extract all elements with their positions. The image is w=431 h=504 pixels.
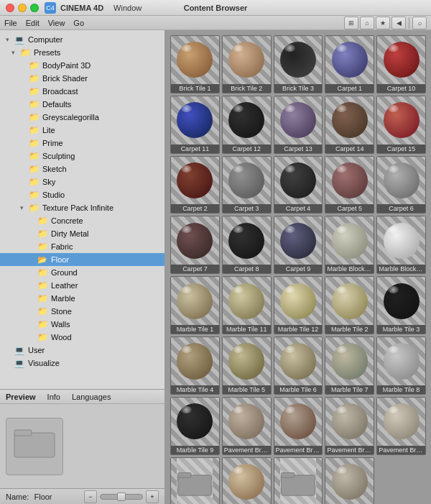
- sidebar-item-computer[interactable]: ▾💻Computer: [0, 33, 164, 46]
- sidebar-item-sculpting[interactable]: 📁Sculpting: [0, 150, 164, 162]
- grid-item-pavement-bric-3[interactable]: Pavement Bric...: [325, 397, 374, 455]
- grid-item-marble-tile-1[interactable]: Marble Tile 1: [170, 276, 220, 334]
- tab-preview[interactable]: Preview: [3, 393, 39, 401]
- grid-item-carpet-15[interactable]: Carpet 15: [376, 96, 426, 154]
- sidebar-item-user[interactable]: 💻User: [0, 344, 164, 357]
- sidebar-item-prime[interactable]: 📁Prime: [0, 137, 164, 150]
- grid-item-carpet-4[interactable]: Carpet 4: [274, 156, 323, 214]
- grid-item-pavement-bric-5[interactable]: Pavement Bric...: [170, 457, 220, 504]
- menu-file[interactable]: File: [4, 19, 17, 27]
- sidebar-item-concrete[interactable]: 📁Concrete: [0, 214, 164, 227]
- sidebar: ▾💻Computer▾📁Presets 📁BodyPaint 3D 📁Brick…: [0, 30, 165, 504]
- grid-item-pavement-bric-6[interactable]: Pavement Bric...: [222, 457, 272, 504]
- sphere-marble-tile-12: [280, 283, 316, 319]
- grid-item-carpet-13[interactable]: Carpet 13: [274, 96, 323, 154]
- grid-item-marble-tile-5[interactable]: Marble Tile 5: [222, 336, 272, 395]
- grid-item-carpet-6[interactable]: Carpet 6: [376, 156, 426, 214]
- grid-item-dummy-folder[interactable]: [274, 457, 323, 504]
- sidebar-item-marble[interactable]: 📁Marble: [0, 292, 164, 305]
- grid-item-carpet-5[interactable]: Carpet 5: [325, 156, 374, 214]
- grid-item-marble-tile-6[interactable]: Marble Tile 6: [274, 336, 323, 395]
- toolbar-search[interactable]: ⌕: [412, 17, 427, 29]
- expander-computer[interactable]: ▾: [6, 36, 13, 43]
- sidebar-item-floor[interactable]: 📂Floor: [0, 253, 164, 266]
- sidebar-item-greyscalegorilla[interactable]: 📁Greyscalegorilla: [0, 111, 164, 124]
- grid-item-marble-blocks-2[interactable]: Marble Blocks 2: [376, 216, 426, 274]
- grid-item-brick-tile-1[interactable]: Brick Tile 1: [170, 35, 220, 93]
- sidebar-item-fabric[interactable]: 📁Fabric: [0, 240, 164, 253]
- sidebar-item-visualize[interactable]: 💻Visualize: [0, 357, 164, 370]
- grid-item-carpet-7[interactable]: Carpet 7: [170, 216, 220, 274]
- grid-item-marble-tile-3[interactable]: Marble Tile 3: [376, 276, 426, 334]
- grid-thumb-carpet-8: [223, 216, 271, 265]
- zoom-slider-thumb[interactable]: [117, 492, 126, 501]
- sidebar-item-wood[interactable]: 📁Wood: [0, 331, 164, 344]
- grid-thumb-marble-tile-7: [325, 337, 374, 385]
- grid-item-last-sphere[interactable]: [325, 457, 374, 504]
- minimize-button[interactable]: [18, 4, 27, 12]
- sidebar-item-defaults[interactable]: 📁Defaults: [0, 98, 164, 111]
- grid-item-marble-tile-7[interactable]: Marble Tile 7: [325, 336, 374, 395]
- grid-item-marble-tile-11[interactable]: Marble Tile 11: [222, 276, 272, 334]
- toolbar-grid-view[interactable]: ⊞: [344, 17, 358, 29]
- sidebar-item-brick-shader[interactable]: 📁Brick Shader: [0, 72, 164, 85]
- grid-item-carpet-1[interactable]: Carpet 1: [325, 35, 374, 93]
- sidebar-item-studio[interactable]: 📁Studio: [0, 188, 164, 201]
- expander-presets[interactable]: ▾: [11, 49, 19, 56]
- grid-item-pavement-bric-2[interactable]: Pavement Bric...: [274, 397, 323, 455]
- grid-item-marble-tile-4[interactable]: Marble Tile 4: [170, 336, 220, 395]
- grid-thumb-marble-tile-1: [171, 277, 219, 325]
- grid-item-marble-tile-8[interactable]: Marble Tile 8: [376, 336, 426, 395]
- sidebar-item-ground[interactable]: 📁Ground: [0, 266, 164, 279]
- zoom-slider[interactable]: [100, 494, 143, 500]
- grid-item-carpet-8[interactable]: Carpet 8: [222, 216, 272, 274]
- tab-info[interactable]: Info: [45, 393, 63, 401]
- window-menu[interactable]: Window: [113, 4, 142, 12]
- sidebar-item-presets[interactable]: ▾📁Presets: [0, 46, 164, 59]
- grid-item-carpet-2[interactable]: Carpet 2: [170, 156, 220, 214]
- zoom-out-btn[interactable]: −: [84, 490, 97, 503]
- toolbar-home[interactable]: ⌂: [360, 17, 374, 29]
- grid-item-marble-tile-12[interactable]: Marble Tile 12: [274, 276, 323, 334]
- sidebar-item-stone[interactable]: 📁Stone: [0, 305, 164, 318]
- grid-item-carpet-10[interactable]: Carpet 10: [376, 35, 426, 93]
- grid-item-carpet-12[interactable]: Carpet 12: [222, 96, 272, 154]
- menu-view[interactable]: View: [48, 19, 65, 27]
- sidebar-item-texture-pack[interactable]: ▾📁Texture Pack Infinite: [0, 201, 164, 214]
- tab-languages[interactable]: Languages: [69, 393, 113, 401]
- grid-item-marble-blocks-1[interactable]: Marble Blocks 1: [325, 216, 374, 274]
- svg-rect-0: [14, 433, 55, 457]
- maximize-button[interactable]: [30, 4, 39, 12]
- sidebar-tree[interactable]: ▾💻Computer▾📁Presets 📁BodyPaint 3D 📁Brick…: [0, 30, 164, 389]
- grid-item-pavement-bric-1[interactable]: Pavement Bric...: [222, 397, 272, 455]
- grid-item-pavement-bric-4[interactable]: Pavement Bric...: [376, 397, 426, 455]
- grid-panel[interactable]: Brick Tile 1Brick Tile 2Brick Tile 3Carp…: [165, 30, 431, 504]
- expander-texture-pack[interactable]: ▾: [20, 204, 27, 211]
- grid-item-brick-tile-2[interactable]: Brick Tile 2: [222, 35, 272, 93]
- grid-item-carpet-11[interactable]: Carpet 11: [170, 96, 220, 154]
- sphere-pavement-bric-1: [228, 403, 264, 439]
- grid-item-brick-tile-3[interactable]: Brick Tile 3: [274, 35, 323, 93]
- sidebar-item-lite[interactable]: 📁Lite: [0, 124, 164, 137]
- sidebar-item-leather[interactable]: 📁Leather: [0, 279, 164, 292]
- toolbar-bookmark[interactable]: ★: [376, 17, 390, 29]
- sidebar-item-sketch[interactable]: 📁Sketch: [0, 162, 164, 175]
- sidebar-item-dirty-metal[interactable]: 📁Dirty Metal: [0, 227, 164, 240]
- sphere-marble-tile-9: [177, 403, 213, 439]
- zoom-in-btn[interactable]: +: [146, 490, 159, 503]
- grid-item-carpet-14[interactable]: Carpet 14: [325, 96, 374, 154]
- grid-item-marble-tile-2[interactable]: Marble Tile 2: [325, 276, 374, 334]
- grid-item-carpet-9[interactable]: Carpet 9: [274, 216, 323, 274]
- grid-item-carpet-3[interactable]: Carpet 3: [222, 156, 272, 214]
- sidebar-item-sky[interactable]: 📁Sky: [0, 175, 164, 188]
- sidebar-item-walls[interactable]: 📁Walls: [0, 318, 164, 331]
- menu-go[interactable]: Go: [73, 19, 84, 27]
- sidebar-item-bodypaint[interactable]: 📁BodyPaint 3D: [0, 59, 164, 72]
- close-button[interactable]: [6, 4, 14, 12]
- grid-item-marble-tile-9[interactable]: Marble Tile 9: [170, 397, 220, 455]
- tree-label-bodypaint: BodyPaint 3D: [42, 61, 91, 70]
- menu-edit[interactable]: Edit: [26, 19, 40, 27]
- sidebar-item-broadcast[interactable]: 📁Broadcast: [0, 85, 164, 98]
- toolbar-back[interactable]: ◀: [391, 17, 406, 29]
- grid-thumb-carpet-5: [325, 157, 374, 205]
